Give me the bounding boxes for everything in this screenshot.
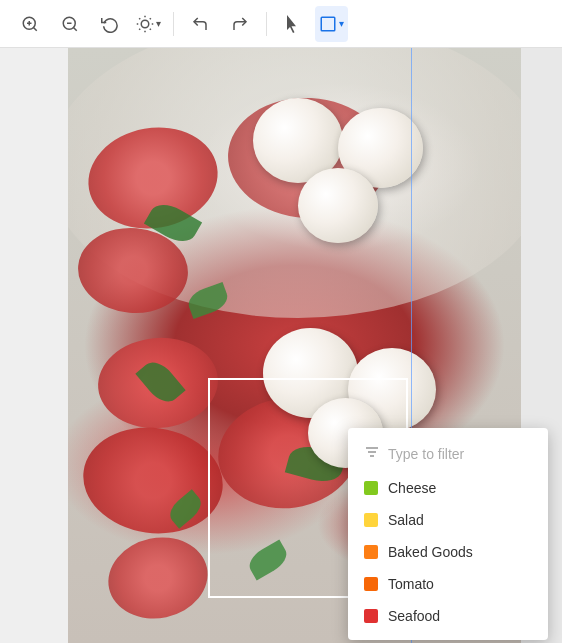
undo-button[interactable] (182, 6, 218, 42)
svg-line-1 (33, 27, 36, 30)
seafood-label: Seafood (388, 608, 440, 624)
salad-swatch (364, 513, 378, 527)
brightness-arrow: ▾ (156, 18, 161, 29)
toolbar: ▾ ▾ (0, 0, 562, 48)
svg-line-11 (150, 28, 151, 29)
filter-dropdown: Type to filter Cheese Salad Baked Goods … (348, 428, 548, 640)
svg-point-7 (141, 20, 149, 28)
filter-icon (364, 444, 380, 464)
main-canvas: Type to filter Cheese Salad Baked Goods … (0, 48, 562, 643)
svg-line-5 (73, 27, 76, 30)
rect-tool-button[interactable]: ▾ (315, 6, 348, 42)
separator-2 (266, 12, 267, 36)
filter-placeholder[interactable]: Type to filter (388, 446, 464, 462)
filter-item-salad[interactable]: Salad (348, 504, 548, 536)
filter-item-seafood[interactable]: Seafood (348, 600, 548, 632)
svg-line-14 (139, 28, 140, 29)
filter-item-baked-goods[interactable]: Baked Goods (348, 536, 548, 568)
redo-button[interactable] (222, 6, 258, 42)
tomato-label: Tomato (388, 576, 434, 592)
seafood-swatch (364, 609, 378, 623)
salad-label: Salad (388, 512, 424, 528)
baked-goods-swatch (364, 545, 378, 559)
left-panel (0, 48, 68, 643)
brightness-button[interactable]: ▾ (132, 6, 165, 42)
svg-rect-16 (321, 17, 335, 31)
filter-header: Type to filter (348, 436, 548, 472)
baked-goods-label: Baked Goods (388, 544, 473, 560)
separator-1 (173, 12, 174, 36)
reset-button[interactable] (92, 6, 128, 42)
pointer-button[interactable] (275, 6, 311, 42)
rect-arrow: ▾ (339, 18, 344, 29)
svg-line-15 (150, 18, 151, 19)
tomato-swatch (364, 577, 378, 591)
filter-item-tomato[interactable]: Tomato (348, 568, 548, 600)
svg-line-10 (139, 18, 140, 19)
cheese-swatch (364, 481, 378, 495)
cheese-label: Cheese (388, 480, 436, 496)
zoom-out-button[interactable] (52, 6, 88, 42)
zoom-in-button[interactable] (12, 6, 48, 42)
filter-item-cheese[interactable]: Cheese (348, 472, 548, 504)
